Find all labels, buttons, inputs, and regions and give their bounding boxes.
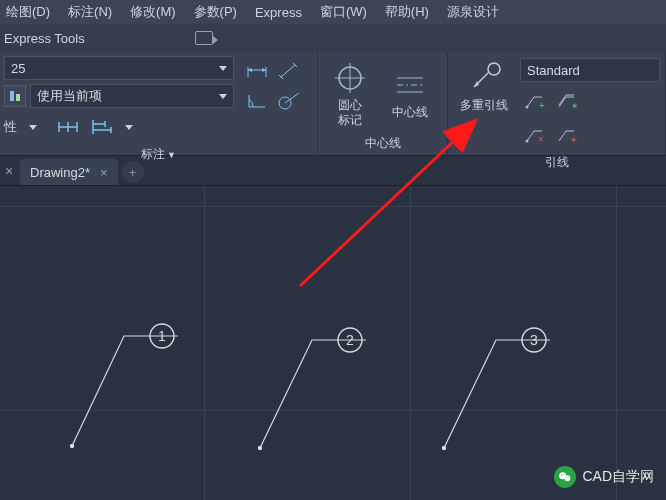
multileader-button[interactable]: 多重引线 xyxy=(452,56,516,112)
tools-bar: Express Tools xyxy=(0,24,666,52)
center-line-label: 中心线 xyxy=(392,105,428,119)
svg-rect-0 xyxy=(10,91,14,101)
multileader-label: 多重引线 xyxy=(460,98,508,112)
svg-point-47 xyxy=(565,475,571,481)
menu-modify[interactable]: 修改(M) xyxy=(130,3,176,21)
leader-style-value: Standard xyxy=(527,63,580,78)
svg-line-16 xyxy=(281,65,295,77)
svg-line-20 xyxy=(285,93,299,103)
center-mark-label: 圆心 标记 xyxy=(338,98,362,127)
svg-text:3: 3 xyxy=(530,332,538,348)
menu-window[interactable]: 窗口(W) xyxy=(320,3,367,21)
watermark-text: CAD自学网 xyxy=(582,468,654,486)
leader-remove-icon[interactable]: × xyxy=(520,120,550,150)
leader-add-icon[interactable]: + xyxy=(520,86,550,116)
menu-dimension[interactable]: 标注(N) xyxy=(68,3,112,21)
leader-collect-icon[interactable]: ✶ xyxy=(552,120,582,150)
svg-point-50 xyxy=(566,477,567,478)
chevron-down-icon xyxy=(219,66,227,71)
watermark: CAD自学网 xyxy=(554,466,654,488)
svg-point-41 xyxy=(442,446,446,450)
menu-help[interactable]: 帮助(H) xyxy=(385,3,429,21)
svg-point-38 xyxy=(258,446,262,450)
svg-text:+: + xyxy=(539,100,545,111)
svg-point-27 xyxy=(488,63,500,75)
dimstyle-icon[interactable] xyxy=(4,85,26,107)
menu-parametric[interactable]: 参数(P) xyxy=(194,3,237,21)
dim-radius-icon[interactable] xyxy=(274,86,304,116)
document-tab[interactable]: Drawing2* × xyxy=(20,159,118,185)
panel-expand-icon[interactable] xyxy=(125,125,133,130)
svg-point-51 xyxy=(568,477,569,478)
panel-dimension: 25 使用当前项 性 xyxy=(0,52,318,155)
panel-expand-icon[interactable] xyxy=(29,125,37,130)
document-tab-label: Drawing2* xyxy=(30,165,90,180)
panel-centerline: 圆心 标记 中心线 中心线 xyxy=(318,52,448,155)
menu-express[interactable]: Express xyxy=(255,5,302,20)
close-tab-icon[interactable]: × xyxy=(100,165,108,180)
properties-label: 性 xyxy=(4,118,17,136)
panel-title-centerline: 中心线 xyxy=(318,135,447,155)
center-line-icon xyxy=(390,67,430,103)
wechat-icon xyxy=(554,466,576,488)
svg-point-48 xyxy=(561,474,562,475)
center-mark-button[interactable]: 圆心 标记 xyxy=(322,56,378,131)
center-mark-icon xyxy=(330,60,370,96)
leader-align-icon[interactable]: ✶ xyxy=(552,86,582,116)
svg-marker-14 xyxy=(248,68,252,72)
dimstyle-value: 25 xyxy=(11,61,25,76)
express-tools-tab[interactable]: Express Tools xyxy=(4,31,85,46)
svg-point-32 xyxy=(526,140,529,143)
svg-text:2: 2 xyxy=(346,332,354,348)
dim-continue-icon[interactable] xyxy=(53,112,83,142)
menu-draw[interactable]: 绘图(D) xyxy=(6,3,50,21)
panel-leader: 多重引线 Standard + ✶ × xyxy=(448,52,666,155)
drawing-canvas[interactable]: 123 CAD自学网 xyxy=(0,186,666,500)
use-current-label: 使用当前项 xyxy=(37,87,102,105)
svg-text:×: × xyxy=(538,134,544,145)
use-current-dropdown[interactable]: 使用当前项 xyxy=(30,84,234,108)
dim-linear-icon[interactable] xyxy=(242,56,272,86)
svg-rect-1 xyxy=(16,94,20,101)
menu-yuanquan[interactable]: 源泉设计 xyxy=(447,3,499,21)
leader-style-dropdown[interactable]: Standard xyxy=(520,58,660,82)
svg-point-35 xyxy=(70,444,74,448)
dim-baseline-icon[interactable] xyxy=(87,112,117,142)
svg-point-29 xyxy=(526,106,529,109)
svg-text:✶: ✶ xyxy=(571,101,578,111)
svg-marker-15 xyxy=(262,68,266,72)
ribbon: 25 使用当前项 性 xyxy=(0,52,666,156)
leaders-drawing: 123 xyxy=(0,186,666,500)
svg-text:✶: ✶ xyxy=(570,135,578,145)
center-line-button[interactable]: 中心线 xyxy=(382,56,438,131)
dimstyle-dropdown[interactable]: 25 xyxy=(4,56,234,80)
svg-text:1: 1 xyxy=(158,328,166,344)
dim-aligned-icon[interactable] xyxy=(274,56,304,86)
menu-bar: 绘图(D) 标注(N) 修改(M) 参数(P) Express 窗口(W) 帮助… xyxy=(0,0,666,24)
chevron-down-icon xyxy=(219,94,227,99)
svg-point-49 xyxy=(564,474,565,475)
panel-title-leader: 引线 xyxy=(448,154,665,173)
panel-collapse-icon[interactable] xyxy=(195,31,213,45)
dim-angular-icon[interactable] xyxy=(242,86,272,116)
tabs-close-icon[interactable]: × xyxy=(2,163,16,179)
multileader-icon xyxy=(464,60,504,96)
add-tab-button[interactable]: + xyxy=(122,161,144,183)
